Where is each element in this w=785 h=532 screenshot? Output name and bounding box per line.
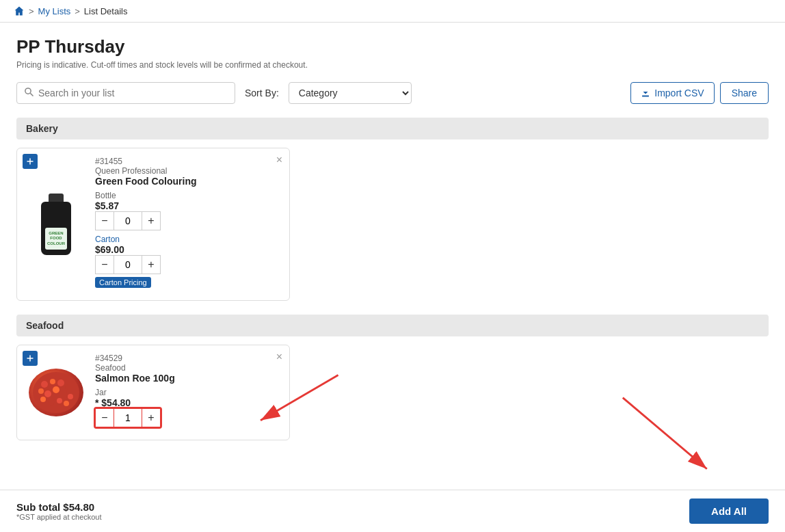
close-button-seafood[interactable]: × [276, 351, 282, 363]
subtotal-text: Sub total $54.80 [16, 501, 102, 513]
bottle-qty-plus[interactable]: + [142, 211, 161, 230]
footer-bar: Sub total $54.80 *GST applied at checkou… [0, 490, 785, 526]
breadcrumb-separator-2: > [75, 6, 80, 16]
svg-point-7 [41, 381, 48, 388]
jar-qty-minus[interactable]: − [95, 408, 114, 427]
carton-qty-plus[interactable]: + [142, 255, 161, 274]
search-icon [24, 87, 34, 99]
close-button-bakery[interactable]: × [276, 154, 282, 166]
breadcrumb: > My Lists > List Details [0, 0, 785, 23]
category-header-bakery: Bakery [16, 118, 769, 139]
product-name-bakery: Green Food Colouring [95, 176, 281, 187]
bottle-qty-input[interactable] [114, 211, 142, 230]
svg-rect-3 [27, 161, 34, 162]
jar-qty-input[interactable] [114, 408, 142, 427]
bottle-body: GREEN FOOD COLOUR [41, 202, 71, 255]
svg-point-10 [65, 384, 70, 390]
sort-select[interactable]: Category Name Price [289, 82, 412, 104]
svg-point-11 [38, 388, 44, 394]
bottle-qty-row: − + [95, 211, 281, 230]
toolbar-actions: Import CSV Share [630, 82, 769, 104]
jar-label-text: Jar [95, 388, 281, 397]
svg-point-8 [50, 379, 55, 384]
svg-point-13 [53, 386, 59, 393]
product-image-bakery: GREEN FOOD COLOUR [25, 157, 87, 292]
add-to-list-button-bakery[interactable] [23, 154, 38, 169]
bottle-price: $5.87 [95, 200, 281, 211]
add-to-list-button-seafood[interactable] [23, 351, 38, 366]
carton-qty-minus[interactable]: − [95, 255, 114, 274]
product-card-green-food-colouring: GREEN FOOD COLOUR #31455 Queen Professio… [16, 148, 290, 301]
product-brand-seafood: Seafood [95, 363, 281, 373]
svg-point-14 [62, 390, 67, 395]
main-content: PP Thursday Pricing is indicative. Cut-o… [0, 23, 785, 526]
product-detail-seafood: #34529 Seafood Salmon Roe 100g Jar * $54… [95, 354, 281, 431]
product-card-salmon-roe: #34529 Seafood Salmon Roe 100g Jar * $54… [16, 345, 290, 440]
toolbar: Sort By: Category Name Price Import CSV … [16, 82, 769, 104]
product-brand-bakery: Queen Professional [95, 166, 281, 176]
product-sku-seafood: #34529 [95, 354, 281, 363]
carton-label-text[interactable]: Carton [95, 235, 281, 244]
price-row-carton: Carton $69.00 − + Carton Pricing [95, 235, 281, 288]
page-title: PP Thursday [16, 36, 769, 57]
breadcrumb-separator-1: > [29, 6, 34, 16]
category-header-seafood: Seafood [16, 315, 769, 336]
bottle-qty-minus[interactable]: − [95, 211, 114, 230]
category-section-seafood: Seafood [16, 315, 769, 440]
svg-point-9 [57, 380, 64, 386]
svg-point-0 [25, 88, 31, 94]
price-row-jar: Jar * $54.80 − + [95, 388, 281, 427]
breadcrumb-my-lists[interactable]: My Lists [38, 6, 71, 16]
svg-point-16 [40, 397, 46, 402]
jar-price: * $54.80 [95, 397, 281, 408]
svg-line-1 [30, 93, 33, 96]
salmon-roe-image [29, 369, 83, 416]
svg-point-19 [64, 401, 69, 406]
carton-price: $69.00 [95, 244, 281, 255]
svg-point-15 [68, 394, 73, 399]
import-csv-button[interactable]: Import CSV [630, 82, 714, 104]
search-input[interactable] [38, 88, 228, 98]
home-icon[interactable] [14, 5, 25, 16]
jar-qty-plus[interactable]: + [142, 408, 161, 427]
product-sku-bakery: #31455 [95, 157, 281, 166]
search-box[interactable] [16, 82, 235, 104]
svg-point-18 [57, 398, 62, 403]
svg-point-12 [44, 390, 51, 397]
product-detail-bakery: #31455 Queen Professional Green Food Col… [95, 157, 281, 292]
carton-pricing-badge: Carton Pricing [95, 277, 151, 288]
share-button[interactable]: Share [720, 82, 769, 104]
subtotal-section: Sub total $54.80 *GST applied at checkou… [16, 501, 102, 521]
carton-qty-row: − + [95, 255, 281, 274]
bottle-cap [49, 194, 64, 202]
svg-rect-5 [27, 358, 34, 359]
category-section-bakery: Bakery GREEN FOOD COLOUR #31455 Queen Pr… [16, 118, 769, 301]
add-all-button[interactable]: Add All [689, 498, 769, 524]
page-subtitle: Pricing is indicative. Cut-off times and… [16, 60, 769, 70]
sort-by-label: Sort By: [245, 88, 279, 98]
carton-qty-input[interactable] [114, 255, 142, 274]
bottle-label: GREEN FOOD COLOUR [45, 228, 67, 250]
subtotal-gst: *GST applied at checkout [16, 513, 102, 521]
price-row-bottle: Bottle $5.87 − + [95, 191, 281, 230]
bottle-label-text: Bottle [95, 191, 281, 200]
svg-point-17 [48, 399, 55, 405]
breadcrumb-current-page: List Details [84, 6, 128, 16]
product-name-seafood: Salmon Roe 100g [95, 373, 281, 384]
jar-qty-row: − + [95, 408, 161, 427]
